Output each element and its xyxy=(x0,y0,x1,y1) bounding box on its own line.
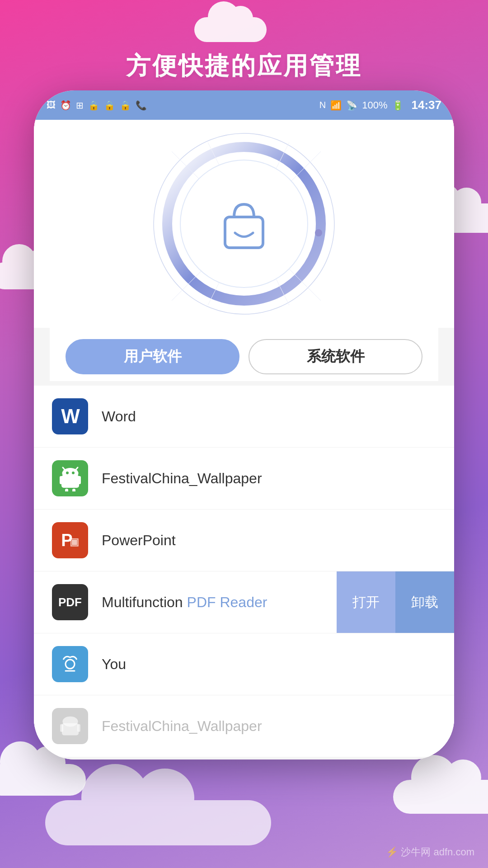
cloud-bottom-right xyxy=(393,780,488,814)
inner-circle xyxy=(181,160,307,287)
android-icon-svg xyxy=(58,465,83,491)
list-item[interactable]: W Word xyxy=(34,386,454,448)
word-icon-letter: W xyxy=(61,405,79,428)
watermark-text: 沙牛网 adfn.com xyxy=(401,846,474,858)
ppt-app-icon: P ▣ xyxy=(52,522,88,558)
festival2-app-name: FestivalChina_Wallpaper xyxy=(102,718,262,735)
festival-app-icon xyxy=(52,460,88,496)
list-item[interactable]: FestivalChina_Wallpaper xyxy=(34,448,454,509)
ppt-app-name: PowerPoint xyxy=(102,532,176,549)
wifi-icon: 📶 xyxy=(330,100,342,111)
pdf-icon-label: PDF xyxy=(58,595,82,609)
call-icon: 📞 xyxy=(136,100,147,111)
ppt-icon-sublabel: ▣ xyxy=(70,536,79,548)
nfc-icon: N xyxy=(319,100,326,110)
tab-system-software[interactable]: 系统软件 xyxy=(249,339,422,374)
svg-point-11 xyxy=(72,472,75,474)
you-app-icon xyxy=(52,646,88,682)
watermark-logo: ⚡ xyxy=(386,846,398,858)
open-button[interactable]: 打开 xyxy=(337,571,395,633)
pdf-app-icon: PDF xyxy=(52,584,88,620)
logo-area xyxy=(34,120,454,328)
uninstall-button[interactable]: 卸载 xyxy=(395,571,454,633)
svg-rect-18 xyxy=(59,653,81,675)
svg-rect-14 xyxy=(60,476,63,484)
svg-rect-23 xyxy=(60,724,63,731)
circle-container xyxy=(158,138,330,310)
android-gray-icon-svg xyxy=(58,714,83,739)
watermark: ⚡ 沙牛网 adfn.com xyxy=(386,845,474,859)
phone-frame: 🖼 ⏰ ⊞ 🔒 🔒 🔒 📞 N 📶 📡 100% 🔋 14:37 xyxy=(34,90,454,760)
page-title: 方便快捷的应用管理 xyxy=(0,50,488,83)
svg-point-10 xyxy=(66,472,69,474)
tab-user-software[interactable]: 用户软件 xyxy=(66,339,239,374)
word-app-name: Word xyxy=(102,408,136,425)
you-icon-svg xyxy=(56,651,84,678)
lock3-icon: 🔒 xyxy=(120,100,131,111)
svg-point-22 xyxy=(62,716,78,726)
status-bar: 🖼 ⏰ ⊞ 🔒 🔒 🔒 📞 N 📶 📡 100% 🔋 14:37 xyxy=(34,90,454,120)
svg-rect-16 xyxy=(65,489,68,491)
action-overlay: 打开 卸载 xyxy=(337,571,454,633)
cloud-bottom-center xyxy=(45,800,271,845)
menu-icon: ⊞ xyxy=(76,100,84,111)
svg-rect-17 xyxy=(72,489,75,491)
cloud-bottom-left xyxy=(0,764,86,796)
svg-rect-7 xyxy=(225,217,263,248)
app-content: 用户软件 系统软件 W Word xyxy=(34,120,454,760)
you-app-name: You xyxy=(102,656,126,673)
list-item[interactable]: P ▣ PowerPoint xyxy=(34,509,454,571)
photo-icon: 🖼 xyxy=(47,100,56,110)
status-right-icons: N 📶 📡 100% 🔋 14:37 xyxy=(319,98,441,112)
bag-svg xyxy=(217,194,271,253)
list-item[interactable]: You xyxy=(34,633,454,695)
status-time: 14:37 xyxy=(412,98,442,112)
battery-text: 100% xyxy=(362,99,387,111)
cloud-top xyxy=(194,17,267,42)
list-item[interactable]: FestivalChina_Wallpaper xyxy=(34,695,454,757)
festival-app-name: FestivalChina_Wallpaper xyxy=(102,470,262,487)
lock2-icon: 🔒 xyxy=(104,100,115,111)
app-list: W Word xyxy=(34,386,454,757)
svg-rect-24 xyxy=(77,724,80,731)
svg-rect-15 xyxy=(78,476,81,484)
status-left-icons: 🖼 ⏰ ⊞ 🔒 🔒 🔒 📞 xyxy=(47,100,147,111)
shopping-bag-icon xyxy=(217,192,271,255)
svg-point-2 xyxy=(315,229,322,236)
alarm-icon: ⏰ xyxy=(60,100,71,111)
signal-icon: 📡 xyxy=(346,100,357,111)
battery-icon: 🔋 xyxy=(392,100,404,111)
word-app-icon: W xyxy=(52,398,88,434)
festival2-app-icon xyxy=(52,708,88,744)
tab-row: 用户软件 系统软件 xyxy=(50,328,438,381)
lock1-icon: 🔒 xyxy=(88,100,99,111)
list-item[interactable]: PDF Multifunction PDF Reader 打开 卸载 xyxy=(34,571,454,633)
